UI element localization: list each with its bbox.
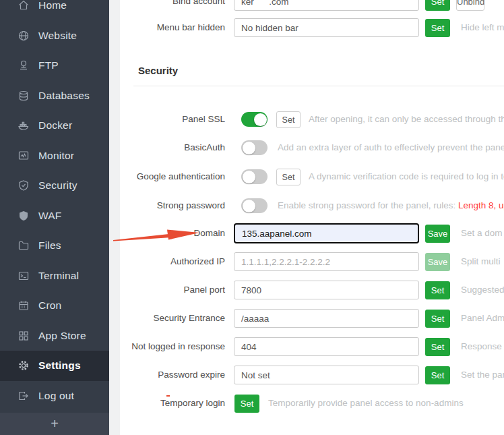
row-security-entrance: Security Entrance Set Panel Admi [120, 308, 504, 328]
row-domain: Domain Save Set a dom [120, 223, 504, 243]
folder-icon [18, 239, 30, 252]
field-label: Authorized IP [120, 252, 225, 272]
sidebar: Home Website FTP Databases Docker [0, 0, 109, 435]
row-temporary-login: Temporary login Set Temporarily provide … [120, 393, 504, 413]
shield-check-icon [18, 179, 30, 192]
field-label: Temporary login [120, 393, 225, 413]
field-label: Menu bar hidden [120, 18, 225, 38]
toggle-knob [243, 200, 255, 212]
field-label: Google authentication [120, 167, 225, 187]
sidebar-item-waf[interactable]: WAF [0, 201, 109, 231]
sidebar-item-settings[interactable]: Settings [0, 351, 109, 381]
sidebar-item-terminal[interactable]: Terminal [0, 261, 109, 291]
sidebar-item-databases[interactable]: Databases [0, 81, 109, 111]
sidebar-item-label: Docker [38, 119, 72, 132]
authorized-ip-input[interactable] [234, 252, 419, 271]
field-label: Domain [120, 223, 225, 243]
terminal-icon [18, 270, 30, 282]
helper-text: Set a dom [461, 223, 503, 243]
stray-red-mark [166, 395, 170, 397]
save-button[interactable]: Save [425, 225, 450, 243]
set-button[interactable]: Set [425, 281, 450, 299]
sidebar-item-monitor[interactable]: Monitor [0, 141, 109, 171]
row-panel-port: Panel port Set Suggested [120, 280, 504, 300]
strong-password-toggle[interactable] [241, 198, 267, 213]
logout-icon [18, 390, 30, 402]
google-auth-toggle[interactable] [241, 169, 267, 184]
sidebar-item-security[interactable]: Security [0, 171, 109, 201]
row-panel-ssl: Panel SSL Set After opening, it can only… [120, 109, 504, 129]
sidebar-item-app-store[interactable]: App Store [0, 321, 109, 351]
docker-icon [18, 119, 30, 132]
set-button[interactable]: Set [234, 395, 259, 413]
sidebar-item-label: App Store [38, 330, 86, 342]
row-menu-bar-hidden: Menu bar hidden Set Hide left m [120, 18, 504, 38]
field-label: Panel port [120, 280, 225, 300]
toggle-knob [243, 142, 255, 154]
password-rules-warning: Length 8, uppe [458, 200, 504, 210]
sidebar-item-cron[interactable]: Cron [0, 291, 109, 321]
field-label: Not logged in response [120, 337, 225, 357]
set-button[interactable]: Set [425, 366, 450, 384]
aapanel-settings-page: { "colors": { "accent_green": "#20a53a",… [0, 0, 504, 435]
sidebar-item-label: Home [38, 0, 67, 11]
set-button[interactable]: Set [425, 338, 450, 356]
sidebar-item-label: Website [38, 30, 77, 42]
row-basic-auth: BasicAuth Add an extra layer of auth to … [120, 138, 504, 158]
sidebar-expand-button[interactable]: + [0, 413, 109, 435]
gear-icon [18, 359, 30, 372]
field-label: Bind account [120, 0, 225, 11]
sidebar-item-files[interactable]: Files [0, 231, 109, 261]
row-authorized-ip: Authorized IP Save Split multi [120, 252, 504, 272]
set-button[interactable]: Set [276, 111, 301, 128]
monitor-icon [18, 150, 30, 162]
helper-text: A dynamic verification code is required … [309, 167, 504, 187]
home-icon [18, 0, 30, 11]
panel-ssl-toggle[interactable] [241, 112, 267, 127]
sidebar-item-home[interactable]: Home [0, 0, 109, 21]
panel-port-input[interactable] [234, 281, 419, 299]
section-divider [133, 86, 504, 86]
unbind-button[interactable]: Unbind [456, 0, 484, 11]
field-label: Strong password [120, 196, 225, 216]
set-button[interactable]: Set [425, 19, 450, 37]
menu-bar-hidden-input[interactable] [234, 18, 419, 37]
sidebar-item-label: Files [38, 239, 61, 252]
row-google-authentication: Google authentication Set A dynamic veri… [120, 167, 504, 187]
basic-auth-toggle[interactable] [241, 140, 267, 155]
sidebar-item-label: WAF [38, 210, 61, 222]
password-expire-input[interactable] [234, 366, 419, 384]
sidebar-item-label: Terminal [38, 270, 79, 282]
domain-input[interactable] [234, 223, 419, 243]
set-button[interactable]: Set [425, 310, 450, 328]
calendar-icon [18, 299, 30, 312]
field-label: Panel SSL [120, 109, 225, 129]
security-entrance-input[interactable] [234, 309, 419, 328]
sidebar-item-log-out[interactable]: Log out [0, 381, 109, 411]
settings-panel: Bind account Set Unbind Menu bar hidden … [120, 0, 504, 435]
helper-text: Add an extra layer of auth to effectivel… [278, 138, 504, 158]
toggle-knob [254, 113, 267, 126]
row-bind-account: Bind account Set Unbind [120, 0, 504, 11]
shield-filled-icon [18, 210, 30, 222]
helper-text: Set the pan [461, 365, 504, 385]
not-logged-in-response-input[interactable] [234, 337, 419, 356]
helper-text: Suggested [461, 280, 504, 300]
section-title-security: Security [138, 65, 178, 76]
sidebar-item-label: Databases [38, 90, 90, 102]
sidebar-nav: Home Website FTP Databases Docker [0, 0, 109, 411]
field-label: BasicAuth [120, 138, 225, 158]
sidebar-item-docker[interactable]: Docker [0, 111, 109, 141]
helper-text: Response w [461, 337, 504, 357]
set-button[interactable]: Set [425, 0, 450, 11]
field-label: Security Entrance [120, 308, 225, 328]
bind-account-input[interactable] [234, 0, 419, 11]
helper-text: Hide left m [461, 18, 504, 38]
sidebar-item-label: Monitor [38, 150, 74, 162]
save-button-disabled[interactable]: Save [425, 253, 450, 271]
helper-text: Panel Admi [461, 308, 504, 328]
sidebar-item-website[interactable]: Website [0, 21, 109, 51]
set-button[interactable]: Set [276, 169, 301, 185]
database-icon [18, 90, 30, 102]
sidebar-item-ftp[interactable]: FTP [0, 51, 109, 81]
